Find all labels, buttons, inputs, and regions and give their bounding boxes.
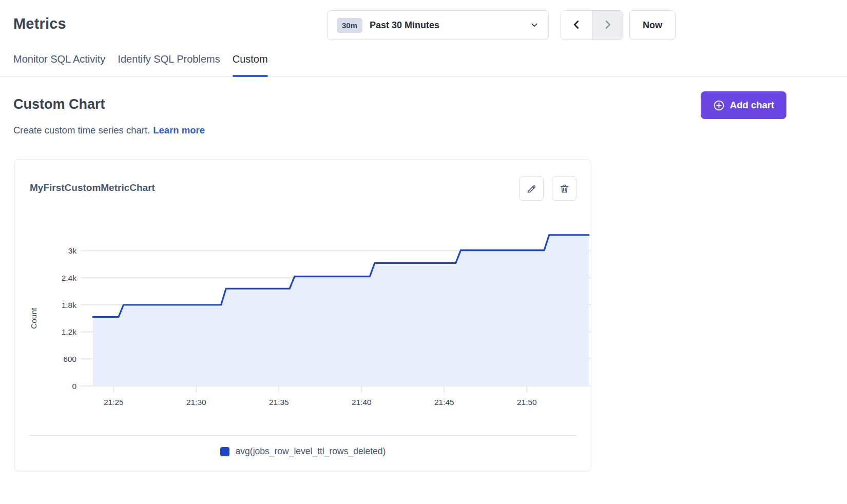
timeseries-chart[interactable]: 06001.2k1.8k2.4k3k21:2521:3021:3521:4021… [15,206,592,417]
plus-circle-icon [713,100,725,111]
page-title: Metrics [13,15,66,32]
chevron-right-icon [602,19,613,32]
svg-text:2.4k: 2.4k [62,274,77,282]
tab-identify-sql-problems[interactable]: Identify SQL Problems [118,51,220,76]
delete-chart-button[interactable] [552,176,576,201]
chevron-left-icon [571,19,582,32]
svg-text:21:45: 21:45 [434,398,454,406]
time-range-picker[interactable]: 30m Past 30 Minutes [327,10,549,40]
svg-text:21:40: 21:40 [352,398,372,406]
metrics-tabs: Monitor SQL Activity Identify SQL Proble… [0,51,847,76]
learn-more-link[interactable]: Learn more [153,125,205,135]
chart-actions [519,176,576,201]
section-description: Create custom time series chart.Learn mo… [13,125,205,136]
chart-legend: avg(jobs_row_level_ttl_rows_deleted) [15,446,591,457]
add-chart-button[interactable]: Add chart [701,91,786,119]
edit-chart-button[interactable] [519,176,544,201]
svg-text:1.8k: 1.8k [62,301,77,309]
svg-text:21:50: 21:50 [517,398,537,406]
svg-text:0: 0 [72,382,76,391]
svg-text:Count: Count [29,307,38,329]
next-interval-button [592,11,623,40]
tab-label: Custom [233,53,268,65]
chart-title: MyFirstCustomMetricChart [30,182,155,193]
chart-card-header: MyFirstCustomMetricChart [15,160,591,201]
now-button[interactable]: Now [629,10,676,40]
legend-swatch [220,447,229,456]
svg-text:21:25: 21:25 [104,398,124,406]
time-nav-group [561,10,623,40]
section-description-text: Create custom time series chart. [13,125,150,135]
add-chart-label: Add chart [730,100,774,111]
svg-text:600: 600 [63,355,76,363]
tab-monitor-sql-activity[interactable]: Monitor SQL Activity [13,51,105,76]
time-range-label: Past 30 Minutes [370,20,530,31]
legend-label: avg(jobs_row_level_ttl_rows_deleted) [236,446,386,457]
tab-custom[interactable]: Custom [233,51,268,76]
svg-text:21:35: 21:35 [269,398,289,406]
tab-label: Monitor SQL Activity [13,53,105,65]
tab-label: Identify SQL Problems [118,53,220,65]
time-range-badge: 30m [337,18,362,33]
chevron-down-icon [530,21,539,30]
section-heading: Custom Chart [13,96,105,112]
metrics-page: Metrics 30m Past 30 Minutes Now Monitor … [0,0,847,504]
svg-text:21:30: 21:30 [186,398,206,406]
prev-interval-button[interactable] [561,11,592,40]
svg-text:1.2k: 1.2k [62,327,77,336]
card-divider [29,435,576,436]
custom-chart-card: MyFirstCustomMetricChart 06001.2k1.8k2.4… [14,159,591,471]
active-tab-underline [233,75,268,77]
svg-text:3k: 3k [68,246,77,255]
pencil-icon [526,183,537,194]
trash-icon [559,183,570,194]
